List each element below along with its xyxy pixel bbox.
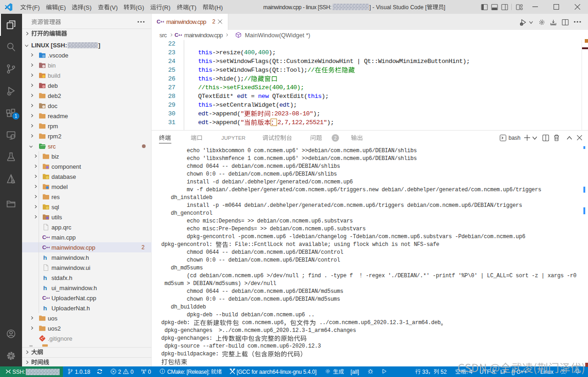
svg-text:++: ++	[160, 20, 164, 24]
svg-text:h: h	[43, 254, 47, 261]
svg-text:++: ++	[46, 235, 50, 240]
svg-text:h: h	[43, 274, 47, 281]
svg-text:++: ++	[46, 246, 50, 250]
svg-text:++: ++	[46, 296, 50, 300]
svg-text:++: ++	[178, 33, 182, 37]
svg-text:h: h	[43, 305, 47, 312]
svg-text:h: h	[43, 285, 47, 291]
